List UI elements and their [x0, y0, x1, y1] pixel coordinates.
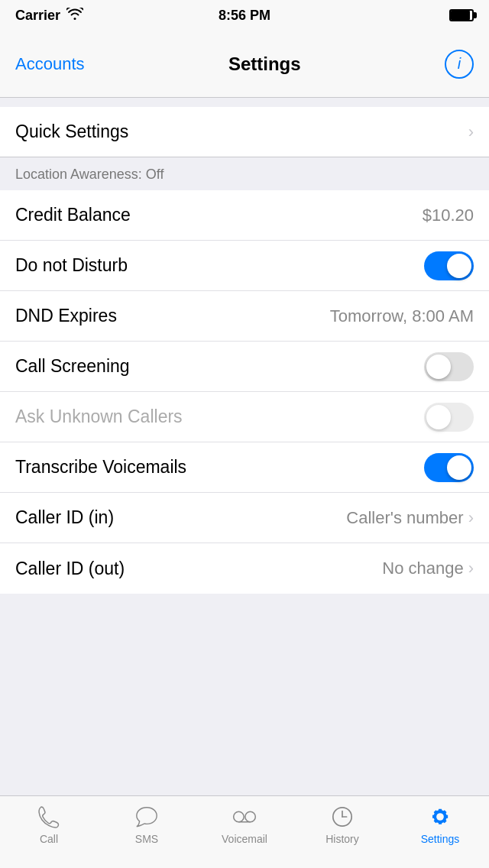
sms-icon [133, 804, 160, 830]
navigation-bar: Accounts Settings i [0, 31, 489, 98]
toggle-thumb-3 [426, 405, 451, 429]
settings-icon [426, 804, 454, 830]
do-not-disturb-row[interactable]: Do not Disturb [0, 241, 489, 291]
quick-settings-row[interactable]: Quick Settings › [0, 107, 489, 157]
tab-sms[interactable]: SMS [98, 804, 196, 845]
call-icon [35, 804, 63, 830]
tab-settings[interactable]: Settings [391, 804, 489, 845]
tab-voicemail[interactable]: Voicemail [196, 804, 293, 845]
status-bar: Carrier 8:56 PM [0, 0, 489, 31]
content-area: Quick Settings › Location Awareness: Off… [0, 98, 489, 675]
tab-voicemail-label: Voicemail [222, 833, 267, 845]
settings-section: Credit Balance $10.20 Do not Disturb DND… [0, 190, 489, 594]
tab-history[interactable]: History [293, 804, 391, 845]
svg-point-0 [234, 811, 244, 821]
svg-point-1 [245, 811, 255, 821]
carrier-label: Carrier [15, 8, 60, 24]
toggle-thumb [447, 254, 471, 278]
dnd-expires-label: DND Expires [15, 306, 117, 326]
wifi-icon [66, 8, 83, 24]
dnd-expires-row[interactable]: DND Expires Tomorrow, 8:00 AM [0, 291, 489, 342]
battery-icon [449, 9, 474, 21]
transcribe-voicemails-row[interactable]: Transcribe Voicemails [0, 442, 489, 493]
page-title: Settings [228, 53, 301, 75]
voicemail-icon [231, 804, 258, 830]
toggle-thumb-2 [426, 355, 451, 379]
call-screening-row[interactable]: Call Screening [0, 342, 489, 392]
credit-balance-label: Credit Balance [15, 205, 131, 225]
transcribe-voicemails-label: Transcribe Voicemails [15, 457, 186, 478]
do-not-disturb-label: Do not Disturb [15, 255, 128, 276]
location-awareness-header: Location Awareness: Off [0, 157, 489, 190]
transcribe-voicemails-toggle[interactable] [424, 453, 474, 482]
caller-id-out-label: Caller ID (out) [15, 559, 125, 579]
tab-call-label: Call [40, 833, 58, 845]
status-bar-time: 8:56 PM [219, 8, 270, 24]
gap-2 [0, 594, 489, 603]
credit-balance-row[interactable]: Credit Balance $10.20 [0, 190, 489, 241]
ask-unknown-callers-row: Ask Unknown Callers [0, 392, 489, 442]
caller-id-in-right: Caller's number › [346, 508, 474, 528]
ask-unknown-callers-label: Ask Unknown Callers [15, 406, 183, 427]
caller-id-in-label: Caller ID (in) [15, 507, 114, 528]
do-not-disturb-toggle[interactable] [424, 251, 474, 280]
tab-bar: Call SMS Voicemail Hist [0, 795, 489, 868]
caller-id-out-chevron: › [468, 559, 474, 578]
credit-balance-value: $10.20 [423, 206, 474, 225]
tab-history-label: History [325, 833, 359, 845]
info-button[interactable]: i [445, 50, 474, 79]
quick-settings-label: Quick Settings [15, 121, 128, 142]
caller-id-in-value: Caller's number [346, 508, 463, 528]
caller-id-out-right: No change › [382, 559, 474, 578]
svg-point-6 [436, 813, 444, 821]
tab-settings-label: Settings [421, 833, 460, 845]
back-button[interactable]: Accounts [15, 54, 85, 74]
tab-call[interactable]: Call [0, 804, 98, 845]
toggle-thumb-4 [447, 455, 471, 480]
ask-unknown-callers-toggle [424, 403, 474, 432]
caller-id-in-chevron: › [468, 508, 474, 528]
caller-id-out-value: No change [382, 559, 463, 578]
status-bar-right [449, 9, 474, 21]
gap-1 [0, 98, 489, 107]
caller-id-in-row[interactable]: Caller ID (in) Caller's number › [0, 493, 489, 543]
tab-sms-label: SMS [135, 833, 158, 845]
quick-settings-chevron: › [468, 122, 474, 142]
call-screening-label: Call Screening [15, 356, 130, 377]
dnd-expires-value: Tomorrow, 8:00 AM [330, 306, 474, 326]
status-bar-left: Carrier [15, 8, 83, 24]
history-icon [329, 804, 356, 830]
caller-id-out-row[interactable]: Caller ID (out) No change › [0, 543, 489, 594]
call-screening-toggle[interactable] [424, 352, 474, 381]
